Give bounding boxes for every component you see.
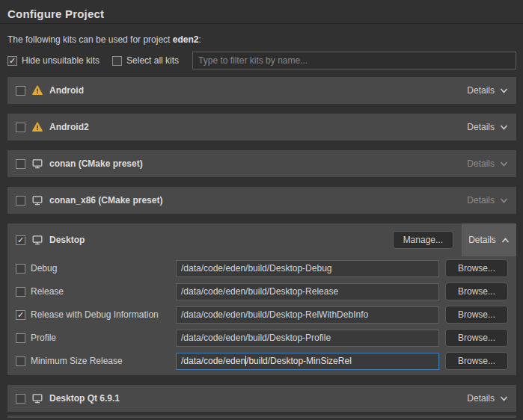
kit-checkbox[interactable]: ✓ bbox=[16, 394, 25, 404]
kit-row-conan-x86: ✓ conan_x86 (CMake preset) Details bbox=[7, 187, 516, 214]
chevron-down-icon bbox=[500, 87, 508, 95]
details-button[interactable]: Details bbox=[467, 85, 508, 96]
config-checkbox[interactable]: ✓ bbox=[16, 356, 25, 366]
kits-intro-text: The following kits can be used for proje… bbox=[7, 34, 516, 45]
build-dir-input[interactable]: /data/code/eden/build/Desktop-Profile bbox=[176, 330, 439, 347]
kit-row-android2: ✓ Android2 Details bbox=[7, 114, 516, 140]
project-name: eden2 bbox=[173, 34, 199, 45]
build-dir-input[interactable]: /data/code/eden/build/Desktop-Release bbox=[176, 283, 439, 300]
hide-unsuitable-kits-label: Hide unsuitable kits bbox=[22, 55, 100, 66]
select-all-kits-checkbox[interactable]: ✓ Select all kits bbox=[112, 55, 179, 66]
checkbox-icon[interactable]: ✓ bbox=[7, 56, 17, 66]
config-checkbox-wrap[interactable]: ✓ Profile bbox=[16, 333, 170, 343]
build-config-row-debug: ✓ Debug /data/code/eden/build/Desktop-De… bbox=[16, 259, 508, 277]
kit-checkbox[interactable]: ✓ bbox=[16, 235, 25, 245]
kit-name: Android2 bbox=[49, 122, 89, 132]
browse-button[interactable]: Browse... bbox=[445, 352, 508, 370]
config-label: Release bbox=[31, 286, 64, 297]
config-label: Minimum Size Release bbox=[31, 356, 123, 366]
build-config-row-profile: ✓ Profile /data/code/eden/build/Desktop-… bbox=[16, 329, 508, 347]
config-checkbox-wrap[interactable]: ✓ Release bbox=[16, 286, 170, 297]
kit-row-conan: ✓ conan (CMake preset) Details bbox=[7, 150, 516, 177]
config-checkbox-wrap[interactable]: ✓ Release with Debug Information bbox=[16, 309, 170, 320]
kit-row-desktop-qt: ✓ Desktop Qt 6.9.1 Details bbox=[7, 385, 516, 412]
title-divider bbox=[0, 23, 523, 24]
config-label: Debug bbox=[31, 263, 57, 274]
build-dir-input[interactable]: /data/code/eden/build/Desktop-RelWithDeb… bbox=[176, 306, 439, 324]
manage-button[interactable]: Manage... bbox=[393, 231, 453, 249]
chevron-down-icon bbox=[500, 160, 508, 168]
build-config-row-minsizerel: ✓ Minimum Size Release /data/code/eden/b… bbox=[16, 352, 508, 370]
desktop-icon bbox=[32, 158, 43, 169]
config-checkbox[interactable]: ✓ bbox=[16, 264, 25, 274]
kit-checkbox[interactable]: ✓ bbox=[16, 196, 25, 206]
build-dir-input-focused[interactable]: /data/code/eden/build/Desktop-MinSizeRel bbox=[176, 353, 439, 370]
page-title: Configure Project bbox=[7, 7, 516, 20]
warning-icon bbox=[32, 85, 43, 96]
warning-icon bbox=[32, 122, 43, 132]
config-checkbox[interactable]: ✓ bbox=[16, 310, 25, 320]
details-button: Details bbox=[467, 195, 508, 206]
kit-filter-input[interactable] bbox=[192, 52, 516, 70]
browse-button[interactable]: Browse... bbox=[445, 329, 508, 347]
chevron-down-icon bbox=[500, 395, 508, 403]
config-label: Profile bbox=[31, 333, 56, 343]
config-checkbox-wrap[interactable]: ✓ Minimum Size Release bbox=[16, 356, 170, 366]
details-button-expanded[interactable]: Details bbox=[462, 223, 516, 256]
kit-name: Desktop Qt 6.9.1 bbox=[49, 393, 120, 404]
build-dir-input[interactable]: /data/code/eden/build/Desktop-Debug bbox=[176, 260, 439, 277]
checkbox-icon[interactable]: ✓ bbox=[112, 56, 122, 66]
kit-checkbox[interactable]: ✓ bbox=[16, 159, 25, 169]
chevron-down-icon bbox=[500, 123, 508, 132]
config-label: Release with Debug Information bbox=[31, 309, 159, 320]
browse-button[interactable]: Browse... bbox=[445, 282, 508, 300]
build-config-row-relwithdebinfo: ✓ Release with Debug Information /data/c… bbox=[16, 306, 508, 324]
browse-button[interactable]: Browse... bbox=[445, 306, 508, 324]
kit-header: ✓ Desktop Manage... bbox=[7, 223, 516, 256]
kit-row-android: ✓ Android Details bbox=[7, 77, 516, 104]
hide-unsuitable-kits-checkbox[interactable]: ✓ Hide unsuitable kits bbox=[7, 55, 100, 66]
details-button: Details bbox=[467, 158, 508, 169]
kit-name: Desktop bbox=[49, 235, 85, 245]
config-checkbox-wrap[interactable]: ✓ Debug bbox=[16, 263, 170, 274]
chevron-down-icon bbox=[500, 197, 508, 205]
browse-button[interactable]: Browse... bbox=[445, 259, 508, 277]
kit-name: conan (CMake preset) bbox=[49, 158, 143, 169]
build-config-row-release: ✓ Release /data/code/eden/build/Desktop-… bbox=[16, 282, 508, 300]
kit-list: ✓ Android Details ✓ Android2 Details ✓ c… bbox=[7, 77, 516, 418]
kit-row-desktop: ✓ Desktop Manage... Details ✓ Debug /dat… bbox=[7, 223, 516, 375]
config-checkbox[interactable]: ✓ bbox=[16, 287, 25, 297]
details-button[interactable]: Details bbox=[467, 393, 508, 404]
details-button[interactable]: Details bbox=[467, 122, 508, 132]
kit-checkbox[interactable]: ✓ bbox=[16, 123, 25, 132]
next-kit-row-partial bbox=[7, 416, 516, 418]
kit-name: Android bbox=[49, 85, 84, 96]
select-all-kits-label: Select all kits bbox=[126, 55, 179, 66]
desktop-icon bbox=[32, 393, 43, 404]
chevron-up-icon bbox=[501, 236, 510, 244]
desktop-icon bbox=[32, 195, 43, 206]
desktop-icon bbox=[32, 235, 43, 245]
kit-name: conan_x86 (CMake preset) bbox=[49, 195, 162, 206]
filter-bar: ✓ Hide unsuitable kits ✓ Select all kits bbox=[7, 52, 516, 70]
config-checkbox[interactable]: ✓ bbox=[16, 333, 25, 343]
kit-checkbox[interactable]: ✓ bbox=[16, 86, 25, 96]
